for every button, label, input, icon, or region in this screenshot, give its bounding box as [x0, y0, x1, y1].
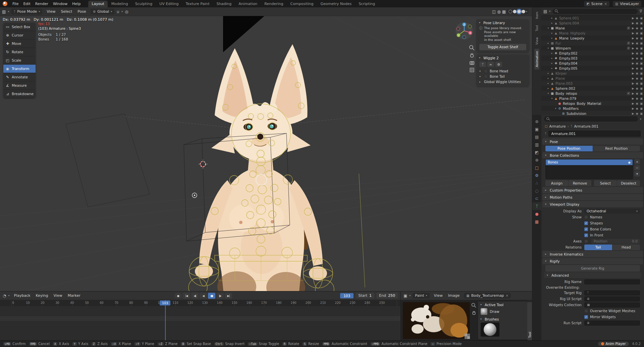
pointer-icon[interactable]: ▶ [632, 72, 634, 75]
camera-icon[interactable]: ▣ [640, 107, 643, 110]
eye-icon[interactable]: ◉ [636, 47, 638, 50]
axes-position-slider[interactable]: Position 0.0 [591, 239, 640, 244]
brush-thumbnail[interactable] [481, 308, 487, 315]
eye-icon[interactable]: ◉ [628, 161, 631, 164]
image-editor-menu[interactable]: View [432, 293, 445, 298]
pan-hand-icon[interactable] [469, 52, 475, 58]
expand-icon[interactable]: ▸ [546, 72, 550, 75]
previous-keyframe-button[interactable]: ◀| [191, 293, 199, 299]
disclosure-icon[interactable]: ▾ [480, 318, 483, 321]
pointer-icon[interactable]: ▶ [632, 82, 634, 85]
frame-end-field[interactable]: End250 [376, 293, 398, 298]
outliner-row[interactable]: ▾▲Plane.079▶◉▣ [541, 96, 644, 101]
workspace-tab-animation[interactable]: Animation [235, 1, 261, 7]
unlink-icon[interactable]: × [506, 294, 508, 297]
section-motion-paths[interactable]: ▸ Motion Paths [542, 194, 643, 200]
pointer-icon[interactable]: ▶ [632, 107, 634, 110]
camera-icon[interactable]: ▣ [640, 82, 643, 85]
section-rigify-advanced[interactable]: ▾ Advanced [544, 272, 641, 278]
disclosure-icon[interactable]: ▸ [479, 80, 482, 83]
run-script-field[interactable]: ≣ [584, 321, 640, 326]
overwrite-widget-meshes-checkbox[interactable]: ✓ [584, 309, 588, 313]
n-panel-tab-tool[interactable]: Tool [534, 23, 539, 33]
solid-shading-icon[interactable] [513, 10, 517, 13]
outliner-row[interactable]: ▾▦Wimpern✓▶◉▣ [541, 46, 644, 51]
visibility-toggles[interactable]: ✓▶◉▣ [627, 47, 643, 50]
brush-preview[interactable] [481, 323, 499, 337]
disclosure-icon[interactable]: ▾ [479, 75, 482, 78]
expand-icon[interactable]: ▸ [550, 67, 554, 70]
eye-icon[interactable]: ◉ [636, 26, 638, 30]
camera-icon[interactable]: ▣ [640, 47, 643, 50]
bone-head-checkbox[interactable]: ✓ [484, 69, 488, 73]
section-custom-properties[interactable]: ▸ Custom Properties [542, 187, 643, 193]
camera-icon[interactable]: ▣ [640, 97, 643, 100]
pointer-icon[interactable]: ▶ [632, 92, 634, 95]
axes-checkbox[interactable]: ✓ [584, 239, 588, 243]
workspace-tab-rendering[interactable]: Rendering [261, 1, 286, 7]
topbar-menu[interactable]: Render [33, 1, 51, 7]
outliner-row[interactable]: ▸✚Empty.005▶◉▣ [541, 66, 644, 71]
visibility-toggles[interactable]: ▶◉▣ [632, 102, 643, 105]
editor-type-icon[interactable]: ▧ [2, 9, 6, 14]
outliner-row[interactable]: ▸▲Mane_Highpoly▶◉▣ [541, 30, 644, 36]
timeline-ruler[interactable]: 0102030405060708090100110120130140150160… [0, 300, 400, 306]
properties-tab-tool[interactable]: ⊚ [532, 118, 541, 125]
properties-tab-object[interactable]: □ [532, 164, 541, 171]
image-editor-icon[interactable]: ▣ [404, 293, 407, 298]
expand-icon[interactable]: ▸ [550, 57, 554, 60]
snap-magnet-icon[interactable]: ∪ [116, 9, 119, 14]
expand-icon[interactable]: ▸ [546, 77, 550, 80]
eye-icon[interactable]: ◉ [636, 21, 638, 25]
properties-tab-view-layer[interactable]: ▥ [532, 141, 541, 148]
workspace-tab-modeling[interactable]: Modeling [108, 1, 131, 7]
timeline-menu[interactable]: Playback [12, 293, 33, 298]
pointer-icon[interactable]: ▶ [632, 112, 634, 115]
remove-collection-button[interactable]: − [634, 165, 640, 170]
eye-icon[interactable]: ◉ [636, 16, 638, 20]
visibility-toggles[interactable]: ▶◉▣ [632, 57, 643, 60]
eye-icon[interactable]: ◉ [636, 62, 638, 65]
pointer-icon[interactable]: ▶ [632, 52, 634, 55]
disclosure-icon[interactable]: ▾ [479, 56, 482, 59]
timeline-editor-icon[interactable]: ◔ [3, 293, 6, 298]
visibility-toggles[interactable]: ▶◉▣ [632, 82, 643, 85]
workspace-tab-uv-editing[interactable]: UV Editing [156, 1, 182, 7]
breadcrumb-object[interactable]: Armature [549, 124, 566, 128]
visibility-toggles[interactable]: ▶◉▣ [632, 31, 643, 35]
eye-icon[interactable]: ◉ [636, 37, 638, 40]
names-checkbox[interactable]: ✓ [584, 215, 588, 219]
toggle-asset-shelf-button[interactable]: Toggle Asset Shelf [479, 44, 526, 50]
topbar-menu[interactable]: Help [70, 1, 83, 7]
camera-icon[interactable]: ▣ [640, 87, 643, 90]
expand-icon[interactable]: ▸ [550, 32, 554, 34]
properties-tab-modifiers[interactable]: ⚙ [532, 171, 541, 179]
section-bone-collections[interactable]: ▾ Bone Collections [542, 152, 643, 158]
expand-icon[interactable]: ▾ [546, 92, 550, 95]
pointer-icon[interactable]: ▶ [632, 47, 634, 50]
visibility-toggles[interactable]: ▶◉▣ [632, 21, 643, 25]
jump-to-start-button[interactable]: |◀ [183, 293, 190, 299]
camera-view-icon[interactable] [469, 60, 475, 66]
outliner-row[interactable]: ⊞Subdivision▶◉▣ [541, 111, 644, 115]
expand-icon[interactable]: ▸ [550, 62, 554, 65]
expand-icon[interactable]: ▸ [546, 87, 550, 90]
properties-tab-particles[interactable]: ∴ [532, 179, 541, 187]
pointer-icon[interactable]: ▶ [632, 57, 634, 60]
camera-icon[interactable]: ▣ [640, 21, 643, 25]
texture-canvas[interactable] [403, 302, 470, 339]
visibility-toggles[interactable]: ▶◉▣ [632, 16, 643, 20]
zoom-icon[interactable] [469, 45, 475, 51]
expand-icon[interactable]: ▸ [546, 82, 550, 85]
next-keyframe-button[interactable]: |▶ [216, 293, 224, 299]
3d-viewport-canvas[interactable] [0, 16, 532, 291]
relations-tail-button[interactable]: Tail [584, 245, 612, 250]
visibility-toggles[interactable]: ▶◉▣ [632, 97, 643, 100]
blender-logo-icon[interactable] [3, 1, 7, 6]
outliner-row[interactable]: ▸▲Plane▶◉▣ [541, 76, 644, 81]
pointer-icon[interactable]: ▶ [632, 42, 634, 45]
pointer-icon[interactable]: ▶ [632, 26, 634, 30]
tool-measure[interactable]: ∡Measure [3, 81, 36, 90]
section-viewport-display[interactable]: ▾ Viewport Display [542, 201, 643, 207]
pointer-icon[interactable]: ▶ [632, 16, 634, 20]
